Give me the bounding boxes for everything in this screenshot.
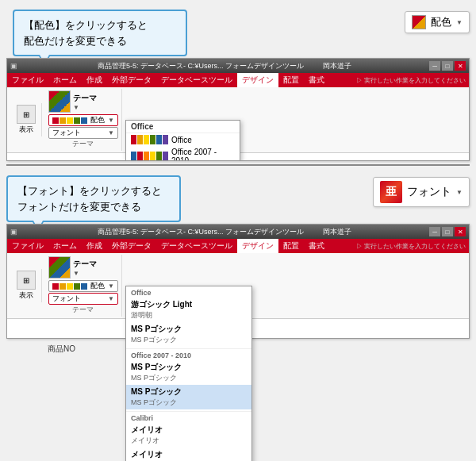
- theme-chevron-1: ▼: [73, 104, 97, 111]
- top-section: 【配色】をクリックすると 配色だけを変更できる 配色 ▼: [0, 0, 476, 58]
- font-popup-item-mspg1-2[interactable]: MS Pゴシック MS Pゴシック: [126, 322, 251, 347]
- ribbon-tab-design-1[interactable]: デザイン: [237, 73, 278, 87]
- theme-chevron-2: ▼: [73, 270, 97, 277]
- search-bar-2: ▷ 実行したい作業を入力してください: [329, 239, 469, 253]
- ribbon-tab-dbtools-1[interactable]: データベースツール: [156, 73, 237, 87]
- font-section-title-calibri-2: Calibri: [126, 413, 251, 423]
- bottom-section: 【フォント】をクリックすると フォントだけを変更できる 亜 フォント ▼: [0, 166, 476, 224]
- ribbon-group-view-2: ⊞ 表示: [10, 269, 42, 302]
- color-annotation-box: 【配色】をクリックすると 配色だけを変更できる: [13, 10, 187, 56]
- ribbon-tab-layout-2[interactable]: 配置: [278, 239, 304, 253]
- font-popup-item-yugothic-2[interactable]: 游ゴシック Light 游明朝: [126, 298, 251, 322]
- ribbon-tab-format-2[interactable]: 書式: [304, 239, 329, 253]
- search-bar-1: ▷ 実行したい作業を入力してください: [329, 73, 469, 87]
- ribbon-tabs-1: ファイル ホーム 作成 外部データ データベースツール デザイン 配置 書式 ▷…: [7, 73, 469, 87]
- ribbon-tab-file-2[interactable]: ファイル: [7, 239, 48, 253]
- color-font-buttons-2: 配色 ▼ フォント ▼: [48, 280, 118, 305]
- cd3: [67, 117, 73, 124]
- font-chevron-1: ▼: [108, 129, 114, 136]
- color-badge[interactable]: 配色 ▼: [405, 11, 470, 33]
- minimize-button-2[interactable]: ─: [429, 227, 440, 236]
- close-button-2[interactable]: ✕: [455, 227, 466, 236]
- color-chevron-1: ▼: [108, 117, 114, 124]
- title-bar-title-1: 商品管理5-5: データベース- C:¥Users... フォームデザインツール…: [20, 61, 429, 71]
- cs5: [156, 135, 162, 144]
- font-annotation-box: 【フォント】をクリックすると フォントだけを変更できる: [6, 175, 181, 222]
- color-dropdown-2[interactable]: 配色 ▼: [48, 280, 118, 292]
- ribbon-tab-create-2[interactable]: 作成: [82, 239, 107, 253]
- color-dropdown-label-1: 配色: [90, 115, 105, 125]
- color-squares-office-1: [131, 135, 168, 144]
- view-button-1[interactable]: ⊞ 表示: [17, 105, 36, 135]
- font-badge[interactable]: 亜 フォント ▼: [373, 177, 470, 207]
- view-icon-2: ⊞: [17, 271, 36, 290]
- font-popup-item-office2007-item1-2[interactable]: MS Pゴシック MS Pゴシック: [126, 360, 251, 385]
- ribbon-tab-home-1[interactable]: ホーム: [48, 73, 82, 87]
- font-popup-item-meiryo1-2[interactable]: メイリオ メイリオ: [126, 423, 251, 448]
- ribbon-content-1: ⊞ 表示 テーマ ▼: [7, 87, 469, 153]
- font-icon: 亜: [380, 181, 402, 203]
- theme-button-2[interactable]: テーマ ▼: [48, 256, 97, 279]
- ribbon-tab-file-1[interactable]: ファイル: [7, 73, 48, 87]
- ribbon-tab-layout-1[interactable]: 配置: [278, 73, 304, 87]
- font-popup-section-office2007-2: Office 2007 - 2010 MS Pゴシック MS Pゴシック MS …: [126, 349, 251, 412]
- app-icon-2: ▣: [10, 228, 20, 236]
- ribbon-tab-external-2[interactable]: 外部データ: [107, 239, 156, 253]
- title-bar-controls-2[interactable]: ─ □ ✕: [429, 227, 466, 236]
- popup-title-1: Office: [126, 121, 240, 133]
- cd5: [81, 117, 87, 124]
- ribbon-tabs-2: ファイル ホーム 作成 外部データ データベースツール デザイン 配置 書式 ▷…: [7, 239, 469, 253]
- maximize-button-1[interactable]: □: [442, 61, 453, 71]
- maximize-button-2[interactable]: □: [442, 227, 453, 236]
- color-dropdown-1[interactable]: 配色 ▼: [48, 114, 118, 126]
- font-popup-section-office-2: Office 游ゴシック Light 游明朝 MS Pゴシック MS Pゴシック: [126, 286, 251, 349]
- font-popup-item-meiryo2-2[interactable]: メイリオ メイリオ: [126, 448, 251, 461]
- title-bar-1: ▣ 商品管理5-5: データベース- C:¥Users... フォームデザインツ…: [7, 59, 469, 73]
- search-hint-1: ▷ 実行したい作業を入力してください: [356, 76, 466, 85]
- theme-button-1[interactable]: テーマ ▼: [48, 90, 97, 113]
- access-window-2-container: ▣ 商品管理5-5: データベース- C:¥Users... フォームデザインツ…: [6, 224, 470, 339]
- popup-item-office-1[interactable]: Office: [126, 133, 240, 146]
- color-font-buttons-1: 配色 ▼ フォント ▼: [48, 114, 118, 139]
- popup-item-office2007-1[interactable]: Office 2007 - 2010: [126, 146, 240, 161]
- cd1: [52, 117, 59, 124]
- close-button-1[interactable]: ✕: [455, 61, 466, 71]
- ribbon-tab-home-2[interactable]: ホーム: [48, 239, 82, 253]
- color-annotation-text: 【配色】をクリックすると 配色だけを変更できる: [24, 17, 176, 48]
- cd2: [60, 117, 66, 124]
- minimize-button-1[interactable]: ─: [429, 61, 440, 71]
- view-icon-1: ⊞: [17, 105, 36, 124]
- ribbon-tab-dbtools-2[interactable]: データベースツール: [156, 239, 237, 253]
- color-dropdown-chevron: ▼: [456, 19, 463, 26]
- app-icon-1: ▣: [10, 62, 20, 70]
- font-popup-item-office2007-item2-2[interactable]: MS Pゴシック MS Pゴシック: [126, 385, 251, 409]
- font-dropdown-label-2: フォント: [52, 294, 105, 304]
- bottom-left-panel: 【フォント】をクリックすると フォントだけを変更できる: [6, 171, 373, 222]
- font-dropdown-2[interactable]: フォント ▼: [48, 293, 118, 305]
- font-section-title-office2007-2: Office 2007 - 2010: [126, 351, 251, 360]
- font-popup-section-calibri-2: Calibri メイリオ メイリオ メイリオ メイリオ: [126, 412, 251, 461]
- view-button-2[interactable]: ⊞ 表示: [17, 271, 36, 301]
- title-bar-2: ▣ 商品管理5-5: データベース- C:¥Users... フォームデザインツ…: [7, 225, 469, 239]
- color-badge-label: 配色: [431, 15, 451, 29]
- font-badge-area: 亜 フォント ▼: [373, 171, 470, 207]
- font-chevron-2: ▼: [108, 295, 114, 302]
- title-bar-controls-1[interactable]: ─ □ ✕: [429, 61, 466, 71]
- color-popup-1: Office Office: [125, 120, 240, 161]
- access-window-2: ▣ 商品管理5-5: データベース- C:¥Users... フォームデザインツ…: [0, 224, 476, 339]
- window-title-2: 商品管理5-5: データベース- C:¥Users... フォームデザインツール: [98, 227, 304, 237]
- ribbon-tab-format-1[interactable]: 書式: [304, 73, 329, 87]
- font-dropdown-1[interactable]: フォント ▼: [48, 127, 118, 139]
- ribbon-tab-design-2[interactable]: デザイン: [237, 239, 278, 253]
- color-row-1: [52, 117, 87, 124]
- cs4: [150, 135, 155, 144]
- theme-group-label-2: テーマ: [72, 305, 94, 315]
- color-badge-area: 配色 ▼: [405, 5, 470, 33]
- window-user-1: 岡本道子: [323, 61, 351, 71]
- theme-labels-1: テーマ ▼: [73, 93, 97, 111]
- ribbon-tab-create-1[interactable]: 作成: [82, 73, 107, 87]
- font-section-title-office-2: Office: [126, 288, 251, 298]
- ribbon-group-view-1: ⊞ 表示: [10, 103, 42, 136]
- ribbon-tab-external-1[interactable]: 外部データ: [107, 73, 156, 87]
- cs1: [131, 135, 136, 144]
